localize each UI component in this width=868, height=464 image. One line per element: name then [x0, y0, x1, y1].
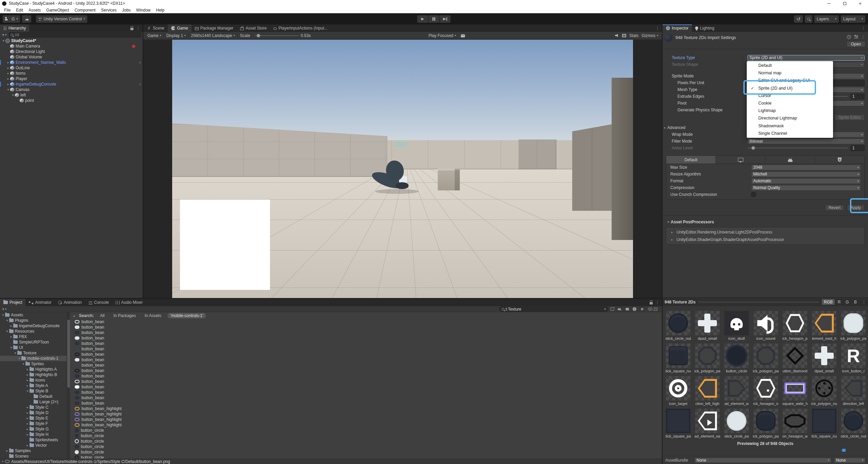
project-folder-mobile-controls-1[interactable]: ▾mobile-controls-1	[0, 356, 67, 361]
pause-button[interactable]	[429, 15, 439, 23]
account-button[interactable]: G ▾	[3, 15, 20, 23]
file-item-button-circle[interactable]: button_circle	[70, 433, 662, 439]
project-folder-texture[interactable]: ▾Texture	[0, 350, 67, 356]
file-item-button-bean[interactable]: button_bean	[70, 330, 662, 335]
project-folder-highlights-b[interactable]: ▸Highlights B	[0, 372, 67, 377]
project-folder-ingamedebugconsole[interactable]: ▸IngameDebugConsole	[0, 323, 67, 329]
tab-asset-store[interactable]: Asset Store	[237, 24, 270, 32]
kebab-menu-icon[interactable]: ⋮	[136, 26, 140, 31]
file-item-button-bean[interactable]: button_bean	[70, 368, 662, 373]
foldout-arrow-icon[interactable]: ▸	[663, 126, 667, 129]
file-item-button-bean[interactable]: button_bean	[70, 401, 662, 406]
foldout-arrow-icon[interactable]: ▸	[6, 66, 10, 70]
preview-item-ick-polygon-nu[interactable]: ick_polygon_nu	[810, 376, 839, 408]
dropdown-option-shadowmask[interactable]: Shadowmask	[747, 122, 833, 130]
foldout-arrow-icon[interactable]: ▸	[25, 368, 30, 371]
hierarchy-item-items[interactable]: ▸Items	[0, 71, 143, 76]
dropdown-option-editor-gui-and-legacy-gui[interactable]: Editor GUI and Legacy GUI	[747, 77, 833, 84]
preview-item-button-circle[interactable]: button_circle	[722, 344, 751, 375]
project-folder-samples[interactable]: ▸Samples	[0, 448, 67, 453]
hierarchy-item-environment-narrow-walls[interactable]: ▸Environment_Narrow_Walls›	[0, 60, 143, 65]
menu-item-gameobject[interactable]: GameObject	[43, 7, 72, 13]
preview-item-ick-hexagon-p[interactable]: ick_hexagon_p	[780, 311, 810, 343]
foldout-arrow-icon[interactable]: ▸	[670, 230, 674, 234]
file-item-button-bean[interactable]: button_bean	[70, 363, 662, 368]
search-button[interactable]	[805, 15, 812, 23]
hierarchy-item-outline[interactable]: ▸OutLine	[0, 65, 143, 71]
vsync-grid-icon[interactable]	[622, 34, 626, 37]
property-dropdown[interactable]: 2048▾	[751, 165, 861, 170]
preview-item-icon-skull[interactable]: icon_skull	[722, 311, 751, 343]
search-by-type-icon[interactable]	[618, 308, 621, 311]
play-focused-dropdown[interactable]: Play Focused▾	[426, 32, 458, 39]
clear-search-icon[interactable]: ×	[604, 307, 606, 312]
menu-item-assets[interactable]: Assets	[26, 7, 43, 13]
property-dropdown[interactable]: Normal Quality▾	[751, 185, 861, 191]
foldout-arrow-icon[interactable]: ▾	[11, 93, 15, 97]
platform-tab-webgl[interactable]: 5	[815, 156, 864, 164]
project-folder-style-f[interactable]: ▸Style F	[0, 421, 67, 426]
file-item-button-bean[interactable]: button_bean	[70, 390, 662, 395]
foldout-arrow-icon[interactable]: ▸	[6, 82, 10, 86]
preview-drag-handle[interactable]	[698, 301, 819, 303]
menu-item-jobs[interactable]: Jobs	[119, 7, 133, 13]
channel-button-r[interactable]: R	[835, 299, 843, 305]
tab-project[interactable]: Project	[0, 299, 25, 306]
asset-labels-icon[interactable]	[842, 449, 846, 452]
hierarchy-search-input[interactable]: All	[9, 32, 141, 37]
tab-package-manager[interactable]: Package Manager	[192, 24, 237, 32]
collapse-column-icon[interactable]: ▴	[73, 314, 75, 317]
maximize-button[interactable]	[837, 0, 852, 7]
project-tree-scrollbar[interactable]	[67, 312, 70, 459]
display-dropdown[interactable]: Display 1▾	[164, 32, 188, 39]
preview-item-tick-square-pa[interactable]: tick_square_pa	[664, 409, 693, 441]
preview-item-lement-east-h[interactable]: lement_east_h	[810, 311, 839, 343]
file-item-button-circle[interactable]: button_circle	[70, 439, 662, 444]
foldout-arrow-icon[interactable]: ▾	[21, 362, 25, 366]
hierarchy-item-point[interactable]: point	[0, 98, 143, 103]
property-dropdown[interactable]: Mitchell▾	[751, 171, 861, 177]
kebab-menu-icon[interactable]: ⋮	[861, 35, 865, 39]
chevron-down-icon[interactable]: ▾	[2, 460, 3, 463]
open-button[interactable]: Open	[847, 41, 865, 47]
menu-item-window[interactable]: Window	[133, 7, 153, 13]
project-folder-icons[interactable]: ▸Icons	[0, 377, 67, 383]
hierarchy-item-left[interactable]: ▾left	[0, 92, 143, 98]
project-folder-style-h[interactable]: ▸Style H	[0, 432, 67, 437]
preview-item-ick-polygon-pa[interactable]: ick_polygon_pa	[693, 344, 722, 375]
foldout-arrow-icon[interactable]: ▸	[6, 72, 10, 75]
project-folder-sprites[interactable]: ▾Sprites	[0, 361, 67, 367]
tab-game[interactable]: Game	[168, 24, 192, 32]
search-token[interactable]: 'mobile-controls-1'	[167, 313, 206, 318]
create-asset-button[interactable]: +▾	[1, 307, 7, 312]
preview-item-direction-left[interactable]: direction_left	[839, 376, 868, 408]
tab-inspector[interactable]: iInspector	[663, 24, 692, 32]
preview-item-tick-square-nu[interactable]: tick_square_nu	[810, 409, 839, 441]
project-folder-vector[interactable]: ▸Vector	[0, 443, 67, 448]
dropdown-option-sprite-2d-and-ui[interactable]: ✓Sprite (2D and UI)	[747, 85, 833, 92]
saved-search-star-icon[interactable]: ★	[640, 307, 644, 312]
dropdown-option-cursor[interactable]: Cursor	[747, 92, 833, 99]
preview-item-tick-square-nu[interactable]: tick_square_nu	[664, 344, 693, 375]
file-item-button-bean[interactable]: button_bean	[70, 335, 662, 341]
tab-console[interactable]: Console	[85, 299, 112, 306]
foldout-arrow-icon[interactable]: ▾	[5, 330, 9, 333]
mute-audio-icon[interactable]	[615, 34, 619, 38]
file-item-button-bean[interactable]: button_bean	[70, 384, 662, 390]
platform-tab-android[interactable]	[765, 156, 815, 164]
prefab-chevron-icon[interactable]: ›	[139, 82, 141, 87]
preview-item-stick-circle-nut[interactable]: stick_circle_nut	[839, 409, 868, 441]
foldout-arrow-icon[interactable]: ▸	[9, 335, 13, 338]
tab-hierarchy[interactable]: Hierarchy	[0, 24, 29, 32]
file-item-button-circle[interactable]: button_circle	[70, 449, 662, 455]
preview-header[interactable]: 948 Texture 2Ds RGBRGB ⋮	[663, 297, 868, 306]
undo-history-button[interactable]: ↺	[794, 15, 803, 23]
file-item-button-bean[interactable]: button_bean	[70, 357, 662, 363]
foldout-arrow-icon[interactable]: ▸	[5, 449, 9, 452]
channel-button-rgb[interactable]: RGB	[822, 299, 835, 305]
prefab-chevron-icon[interactable]: ›	[139, 60, 141, 65]
foldout-arrow-icon[interactable]: ▾	[9, 346, 13, 349]
file-item-button-bean-highlight[interactable]: button_bean_highlight	[70, 422, 662, 428]
hierarchy-item-studycase4[interactable]: ▾StudyCase4*	[0, 38, 143, 43]
foldout-arrow-icon[interactable]: ▸	[670, 238, 674, 241]
